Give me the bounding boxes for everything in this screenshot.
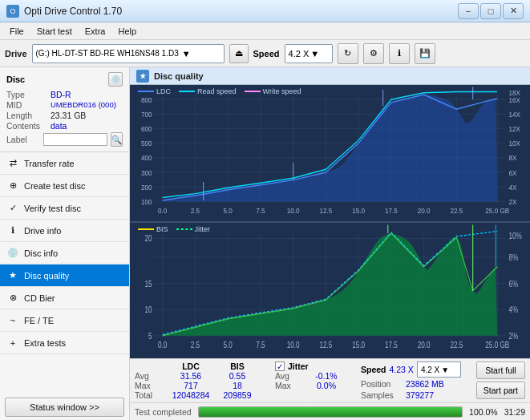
svg-text:5.0: 5.0	[224, 206, 233, 215]
svg-text:10.0: 10.0	[287, 341, 300, 349]
label-search-button[interactable]: 🔍	[111, 132, 123, 147]
chart-bis: BIS Jitter	[130, 222, 530, 359]
sidebar-item-disc-quality[interactable]: ★ Disc quality	[0, 265, 129, 287]
svg-text:12X: 12X	[509, 124, 521, 133]
label-input[interactable]	[43, 133, 107, 146]
bis-total: 209859	[216, 390, 258, 400]
svg-text:17.5: 17.5	[385, 341, 398, 349]
chart-ldc: LDC Read speed Write speed	[130, 85, 530, 222]
disc-quality-header: ★ Disc quality	[130, 67, 530, 85]
main-content: ★ Disc quality LDC Read speed	[130, 67, 530, 420]
svg-text:2.5: 2.5	[191, 206, 200, 215]
svg-text:18X: 18X	[509, 89, 521, 98]
menu-start-test[interactable]: Start test	[30, 25, 79, 38]
jitter-avg-label: Avg	[275, 371, 305, 381]
sidebar-label-create-test-disc: Create test disc	[24, 181, 85, 191]
svg-text:800: 800	[141, 95, 152, 104]
menu-file[interactable]: File	[3, 25, 30, 38]
sidebar-item-create-test-disc[interactable]: ⊕ Create test disc	[0, 175, 129, 197]
status-text: Test completed	[135, 407, 192, 417]
jitter-avg: -0.1%	[309, 371, 344, 381]
main-area: Disc 💿 Type BD-R MID UMEBDR016 (000) Len…	[0, 67, 530, 420]
status-window-button[interactable]: Status window >>	[5, 398, 124, 417]
sidebar-item-transfer-rate[interactable]: ⇄ Transfer rate	[0, 152, 129, 175]
verify-test-disc-icon: ✓	[6, 202, 19, 215]
svg-text:7.5: 7.5	[256, 341, 265, 349]
svg-text:15.0: 15.0	[352, 206, 365, 215]
sidebar-item-fe-te[interactable]: ~ FE / TE	[0, 309, 129, 332]
ldc-avg: 31.56	[170, 371, 212, 381]
speed-stat-label: Speed	[361, 365, 386, 374]
minimize-button[interactable]: −	[458, 3, 479, 19]
save-button[interactable]: 💾	[415, 43, 435, 64]
speed-value: 4.2 X	[289, 49, 310, 59]
speed-dropdown-arrow[interactable]: ▼	[310, 49, 319, 59]
close-button[interactable]: ✕	[503, 3, 524, 19]
legend-bis: BIS	[156, 225, 168, 233]
svg-text:4%: 4%	[509, 305, 519, 314]
disc-info-icon: 💿	[6, 247, 19, 260]
svg-text:5.0: 5.0	[224, 341, 233, 349]
disc-icon-btn[interactable]: 💿	[108, 72, 123, 87]
svg-text:400: 400	[141, 154, 152, 163]
svg-text:10: 10	[144, 305, 152, 314]
jitter-checkbox-container[interactable]: ✓	[275, 361, 285, 371]
svg-text:20: 20	[144, 234, 152, 243]
speed-stat-selector[interactable]: 4.2 X ▼	[417, 361, 461, 378]
svg-text:22.5: 22.5	[450, 341, 463, 349]
sidebar-label-disc-info: Disc info	[24, 248, 58, 258]
extra-tests-icon: +	[6, 337, 19, 349]
speed-selector[interactable]: 4.2 X ▼	[285, 44, 333, 63]
info-button[interactable]: ℹ	[389, 43, 410, 64]
transfer-rate-icon: ⇄	[6, 157, 19, 170]
start-full-button[interactable]: Start full	[476, 361, 525, 379]
sidebar-item-disc-info[interactable]: 💿 Disc info	[0, 242, 129, 265]
svg-text:14X: 14X	[509, 110, 521, 119]
start-part-button[interactable]: Start part	[476, 382, 525, 399]
eject-button[interactable]: ⏏	[229, 44, 249, 63]
svg-text:12.5: 12.5	[319, 341, 332, 349]
legend-write-speed: Write speed	[263, 87, 301, 95]
ldc-max: 717	[170, 381, 212, 390]
max-label: Max	[135, 381, 165, 390]
legend-jitter: Jitter	[195, 225, 211, 233]
type-label: Type	[6, 90, 51, 99]
svg-text:300: 300	[141, 168, 152, 177]
position-label: Position	[361, 379, 403, 389]
maximize-button[interactable]: □	[480, 3, 501, 19]
svg-text:100: 100	[141, 197, 152, 206]
svg-text:22.5: 22.5	[450, 206, 463, 215]
svg-text:6%: 6%	[509, 279, 519, 288]
legend-ldc: LDC	[156, 87, 171, 95]
jitter-max-label: Max	[275, 381, 305, 390]
svg-text:2.5: 2.5	[191, 341, 200, 349]
settings-button[interactable]: ⚙	[363, 43, 384, 64]
svg-text:7.5: 7.5	[256, 206, 265, 215]
contents-label: Contents	[6, 121, 51, 131]
drive-selector[interactable]: (G:) HL-DT-ST BD-RE WH16NS48 1.D3 ▼	[32, 44, 225, 63]
disc-quality-title: Disc quality	[154, 71, 204, 81]
sidebar-item-verify-test-disc[interactable]: ✓ Verify test disc	[0, 197, 129, 220]
total-label: Total	[135, 390, 165, 400]
jitter-header: Jitter	[288, 361, 323, 371]
progress-bar-container	[198, 406, 463, 418]
sidebar-item-extra-tests[interactable]: + Extra tests	[0, 332, 129, 354]
svg-text:20.0: 20.0	[418, 206, 431, 215]
cd-bier-icon: ⊗	[6, 292, 19, 305]
svg-text:4X: 4X	[509, 183, 517, 192]
sidebar-item-cd-bier[interactable]: ⊗ CD Bier	[0, 287, 129, 309]
jitter-checkbox[interactable]: ✓	[275, 361, 285, 371]
contents-value: data	[51, 121, 67, 131]
sidebar-item-drive-info[interactable]: ℹ Drive info	[0, 220, 129, 242]
menu-extra[interactable]: Extra	[79, 25, 112, 38]
svg-text:5: 5	[148, 331, 152, 340]
length-value: 23.31 GB	[51, 111, 86, 120]
menu-help[interactable]: Help	[111, 25, 143, 38]
sidebar-label-drive-info: Drive info	[24, 226, 61, 236]
refresh-button[interactable]: ↻	[338, 43, 358, 64]
app-icon: O	[6, 5, 19, 18]
svg-text:500: 500	[141, 139, 152, 148]
drive-dropdown-arrow[interactable]: ▼	[182, 49, 191, 59]
progress-percent: 100.0%	[469, 407, 498, 417]
type-value: BD-R	[51, 90, 71, 99]
